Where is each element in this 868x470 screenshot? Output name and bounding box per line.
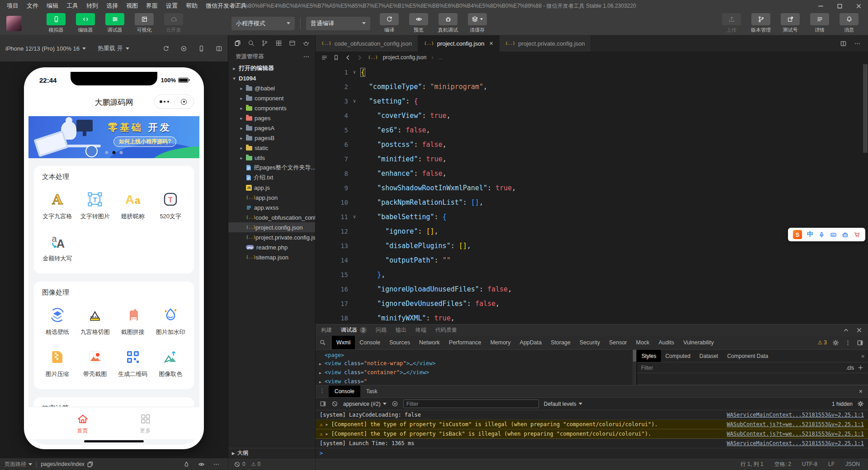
- lines-icon[interactable]: [810, 13, 829, 25]
- devtools-tab-Sources[interactable]: Sources: [385, 336, 415, 349]
- warning-badge[interactable]: ⚠3: [818, 339, 827, 346]
- tree-item-sitemap.json[interactable]: {..}sitemap.json: [228, 252, 315, 262]
- bell-icon[interactable]: [840, 13, 859, 25]
- devtools-tab-Storage[interactable]: Storage: [546, 336, 575, 349]
- fold-marker[interactable]: ∨: [348, 65, 361, 80]
- editor-tab-project.private.config.json[interactable]: {..}project.private.config.json: [500, 35, 591, 52]
- tab-首页[interactable]: 首页: [76, 407, 90, 439]
- copy-icon[interactable]: [87, 461, 94, 468]
- menu-item-编辑[interactable]: 编辑: [42, 2, 62, 10]
- tree-item-@babel[interactable]: ▸@babel: [228, 83, 315, 93]
- toolbar-button-可视化[interactable]: 可视化: [132, 13, 157, 33]
- tree-item-project.private.config.js...[interactable]: {..}project.private.config.js...: [228, 232, 315, 242]
- error-count[interactable]: 0: [234, 461, 245, 468]
- eye-icon[interactable]: [409, 13, 428, 25]
- device-frame-icon[interactable]: [198, 45, 205, 52]
- wxml-node[interactable]: ▶<view class="container">…</view>: [319, 368, 637, 377]
- app-feature-带壳截图[interactable]: 带壳截图: [76, 348, 114, 378]
- fold-marker[interactable]: ∨: [348, 94, 361, 108]
- tree-item-static[interactable]: ▸static: [228, 143, 315, 153]
- devtools-tab-Performance[interactable]: Performance: [444, 336, 486, 349]
- console-tab-Console[interactable]: Console: [329, 385, 360, 397]
- sogou-logo[interactable]: S: [793, 230, 802, 239]
- bookmark-icon[interactable]: [333, 54, 340, 61]
- menu-item-工具[interactable]: 工具: [62, 2, 82, 10]
- maximize-button[interactable]: [830, 0, 849, 12]
- wxml-node[interactable]: ▶<view class="notice-wrap">…</view>: [319, 359, 637, 368]
- toolbar-button-真机调试[interactable]: 真机调试: [435, 13, 461, 33]
- menu-item-文件[interactable]: 文件: [23, 2, 42, 10]
- console-sidebar-icon[interactable]: [320, 400, 326, 407]
- warning-count[interactable]: ⚠0: [251, 461, 261, 467]
- list-icon[interactable]: [321, 54, 328, 61]
- hot-reload-select[interactable]: 热重载 开: [98, 44, 129, 52]
- wxml-tree[interactable]: <page>▶<view class="notice-wrap">…</view…: [316, 350, 637, 385]
- expand-icon[interactable]: ▶: [326, 423, 328, 427]
- files-icon[interactable]: [234, 40, 241, 47]
- app-feature-520文字[interactable]: T520文字: [152, 190, 190, 221]
- minimize-button[interactable]: [811, 0, 830, 12]
- styles-tab-Styles[interactable]: Styles: [637, 350, 661, 362]
- panel-tab-输出[interactable]: 输出: [396, 326, 406, 334]
- close-tab-icon[interactable]: ×: [489, 40, 493, 47]
- new-style-rule-icon[interactable]: [857, 364, 864, 371]
- live-expression-icon[interactable]: [392, 400, 398, 407]
- tree-item-component[interactable]: ▸component: [228, 93, 315, 103]
- drag-handle-icon[interactable]: [319, 387, 326, 394]
- extensions-icon[interactable]: [275, 40, 282, 47]
- menu-item-选择[interactable]: 选择: [102, 2, 122, 10]
- scrollbar[interactable]: [632, 350, 637, 385]
- tree-item-pagesB[interactable]: ▸pagesB: [228, 133, 315, 143]
- tree-item-app.json[interactable]: {..}app.json: [228, 193, 315, 202]
- styles-tab-Dataset[interactable]: Dataset: [695, 350, 722, 362]
- app-feature-生成二维码[interactable]: 生成二维码: [114, 348, 152, 378]
- toolbar-button-版本管理[interactable]: 版本管理: [748, 13, 774, 33]
- eye-icon[interactable]: [198, 461, 205, 468]
- menu-item-界面[interactable]: 界面: [142, 2, 162, 10]
- toolbar-button-编译[interactable]: 编译: [377, 13, 402, 33]
- app-feature-图片压缩[interactable]: 图片压缩: [38, 348, 76, 378]
- panel-tab-代码质量[interactable]: 代码质量: [435, 326, 457, 334]
- panel-tab-构建[interactable]: 构建: [321, 326, 332, 334]
- console-tab-Task[interactable]: Task: [360, 385, 383, 397]
- app-feature-翅膀昵称[interactable]: Aa翅膀昵称: [114, 190, 152, 221]
- tree-item-readme.php[interactable]: phpreadme.php: [228, 242, 315, 252]
- device-select[interactable]: iPhone 12/13 (Pro) 100% 16: [5, 45, 86, 52]
- styles-tab-Computed[interactable]: Computed: [661, 350, 695, 362]
- tree-item-app.js[interactable]: JSapp.js: [228, 183, 315, 193]
- toolbar-button-调试器[interactable]: 调试器: [102, 13, 127, 33]
- split-editor-icon[interactable]: [840, 40, 847, 47]
- toolbar-button-清缓存[interactable]: 清缓存: [465, 13, 490, 33]
- app-feature-文字转图片[interactable]: T文字转图片: [76, 190, 114, 221]
- tree-item-components[interactable]: ▸components: [228, 103, 315, 113]
- breadcrumb-more[interactable]: ...: [438, 54, 443, 61]
- refresh-icon[interactable]: [163, 45, 170, 52]
- mode-select[interactable]: 小程序模式: [231, 17, 295, 30]
- app-feature-截图拼接[interactable]: 截图拼接: [114, 306, 152, 336]
- close-console-icon[interactable]: ×: [859, 388, 868, 395]
- app-feature-九宫格切图[interactable]: 九宫格切图: [76, 306, 114, 336]
- more-actions-icon[interactable]: [303, 53, 310, 60]
- toolbox-icon[interactable]: [842, 231, 849, 238]
- sliders-icon[interactable]: [105, 13, 124, 25]
- expand-icon[interactable]: ▶: [326, 432, 328, 436]
- tree-item-pages[interactable]: ▸pages: [228, 113, 315, 123]
- layout-icon[interactable]: [135, 13, 154, 25]
- devtools-tab-Vulnerability[interactable]: Vulnerability: [679, 336, 718, 349]
- separate-window-icon[interactable]: [216, 45, 222, 52]
- teapot-icon[interactable]: [302, 40, 309, 47]
- overflow-icon[interactable]: »: [861, 353, 868, 359]
- source-link[interactable]: WAServiceMainContext...52181553&v=2.25.1…: [716, 412, 864, 418]
- tree-item-app.wxss[interactable]: app.wxss: [228, 202, 315, 212]
- app-feature-图像取色[interactable]: 图像取色: [152, 348, 190, 378]
- styles-filter-input[interactable]: [641, 365, 843, 371]
- cloud-icon[interactable]: [164, 13, 183, 25]
- phone-icon[interactable]: [47, 13, 66, 25]
- toolbar-button-消息[interactable]: 消息: [836, 13, 862, 33]
- toolbar-button-详情[interactable]: 详情: [807, 13, 832, 33]
- devtools-tab-Mock[interactable]: Mock: [632, 336, 654, 349]
- panel-tab-问题[interactable]: 问题: [376, 326, 387, 334]
- dock-side-icon[interactable]: [857, 339, 863, 346]
- current-page-path[interactable]: pages/index/index: [41, 461, 94, 468]
- toolbar-button-测试号[interactable]: 测试号: [778, 13, 803, 33]
